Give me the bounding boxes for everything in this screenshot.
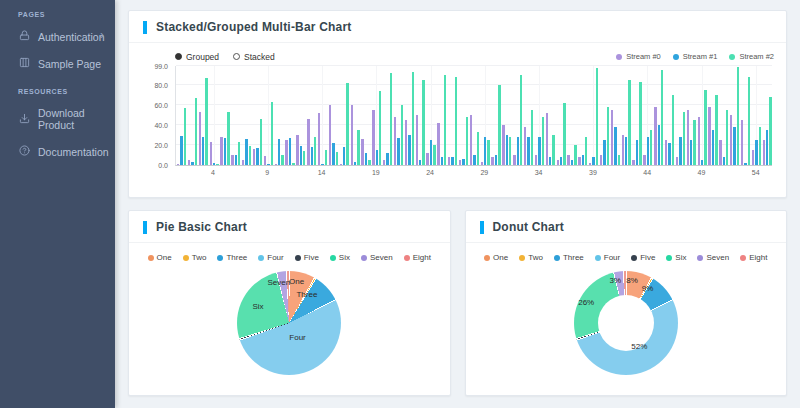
- bar-stream-0[interactable]: [524, 127, 526, 165]
- bar-stream-2[interactable]: [585, 137, 587, 165]
- bar-stream-1[interactable]: [289, 138, 291, 165]
- bar-stream-1[interactable]: [495, 155, 497, 165]
- bar-stream-0[interactable]: [752, 150, 754, 165]
- bar-stream-1[interactable]: [658, 125, 660, 165]
- bar-stream-1[interactable]: [202, 137, 204, 165]
- bar-stream-2[interactable]: [444, 75, 446, 165]
- bar-stream-1[interactable]: [354, 162, 356, 165]
- bar-stream-0[interactable]: [416, 115, 418, 165]
- bar-stream-1[interactable]: [484, 137, 486, 165]
- bar-stream-1[interactable]: [614, 127, 616, 165]
- bar-stream-1[interactable]: [582, 155, 584, 165]
- legend-item-two[interactable]: Two: [183, 253, 207, 262]
- bar-stream-2[interactable]: [216, 164, 218, 165]
- legend-item-seven[interactable]: Seven: [697, 253, 729, 262]
- bar-stream-1[interactable]: [365, 153, 367, 165]
- bar-stream-0[interactable]: [502, 125, 504, 165]
- bar-stream-2[interactable]: [769, 97, 771, 165]
- bar-stream-0[interactable]: [448, 157, 450, 165]
- bar-stream-0[interactable]: [405, 120, 407, 165]
- bar-stream-1[interactable]: [386, 153, 388, 165]
- bar-stream-1[interactable]: [278, 139, 280, 165]
- bar-stream-0[interactable]: [470, 115, 472, 165]
- bar-stream-2[interactable]: [346, 83, 348, 165]
- bar-stream-1[interactable]: [430, 140, 432, 165]
- bar-stream-0[interactable]: [730, 115, 732, 165]
- bar-stream-0[interactable]: [210, 142, 212, 165]
- bar-stream-2[interactable]: [205, 78, 207, 165]
- bar-stream-2[interactable]: [368, 160, 370, 165]
- legend-item-four[interactable]: Four: [258, 253, 283, 262]
- bar-stream-0[interactable]: [622, 135, 624, 165]
- bar-stream-0[interactable]: [589, 163, 591, 165]
- bar-stream-0[interactable]: [481, 162, 483, 165]
- legend-item-six[interactable]: Six: [330, 253, 350, 262]
- bar-stream-1[interactable]: [473, 155, 475, 165]
- bar-stream-2[interactable]: [303, 151, 305, 165]
- bar-stream-0[interactable]: [459, 160, 461, 165]
- sidebar-item-download-product[interactable]: Download Product: [0, 100, 115, 138]
- bar-stream-2[interactable]: [412, 72, 414, 165]
- bar-stream-2[interactable]: [314, 137, 316, 165]
- bar-stream-1[interactable]: [571, 160, 573, 165]
- bar-stream-0[interactable]: [253, 149, 255, 165]
- bar-stream-0[interactable]: [231, 155, 233, 165]
- bar-stream-1[interactable]: [419, 160, 421, 165]
- bar-stream-0[interactable]: [296, 135, 298, 165]
- bar-stream-0[interactable]: [513, 155, 515, 165]
- bar-stream-1[interactable]: [462, 159, 464, 165]
- bar-stream-2[interactable]: [607, 107, 609, 165]
- bar-stream-2[interactable]: [401, 105, 403, 165]
- bar-stream-1[interactable]: [191, 162, 193, 165]
- bar-stream-1[interactable]: [506, 135, 508, 165]
- bar-stream-1[interactable]: [690, 140, 692, 165]
- legend-item-eight[interactable]: Eight: [404, 253, 431, 262]
- bar-stream-1[interactable]: [560, 157, 562, 165]
- bar-stream-2[interactable]: [683, 112, 685, 165]
- bar-stream-2[interactable]: [672, 95, 674, 165]
- bar-stream-2[interactable]: [357, 130, 359, 165]
- bar-stream-1[interactable]: [744, 163, 746, 165]
- bar-stream-1[interactable]: [723, 157, 725, 165]
- bar-stream-2[interactable]: [704, 90, 706, 165]
- bar-stream-2[interactable]: [759, 127, 761, 165]
- bar-stream-2[interactable]: [639, 82, 641, 165]
- bar-stream-0[interactable]: [318, 113, 320, 165]
- bar-stream-2[interactable]: [542, 117, 544, 165]
- bar-stream-0[interactable]: [361, 139, 363, 165]
- bar-stream-0[interactable]: [535, 155, 537, 165]
- bar-stream-1[interactable]: [603, 140, 605, 165]
- bar-stream-0[interactable]: [275, 164, 277, 165]
- bar-stream-0[interactable]: [285, 140, 287, 165]
- bar-stream-2[interactable]: [661, 70, 663, 165]
- bar-stream-2[interactable]: [281, 155, 283, 165]
- bar-stream-2[interactable]: [596, 68, 598, 165]
- bar-stream-1[interactable]: [701, 160, 703, 165]
- bar-stream-0[interactable]: [329, 105, 331, 165]
- sidebar-item-authentication[interactable]: Authentication ›: [0, 23, 115, 50]
- bar-stream-0[interactable]: [741, 120, 743, 165]
- bar-stream-0[interactable]: [611, 110, 613, 165]
- bar-stream-0[interactable]: [676, 157, 678, 165]
- bar-stream-2[interactable]: [520, 75, 522, 165]
- legend-item-stream-2[interactable]: Stream #2: [729, 52, 774, 61]
- legend-item-seven[interactable]: Seven: [361, 253, 393, 262]
- bar-stream-0[interactable]: [351, 105, 353, 165]
- bar-stream-1[interactable]: [755, 140, 757, 165]
- bar-stream-2[interactable]: [650, 130, 652, 165]
- bar-stream-2[interactable]: [574, 145, 576, 165]
- bar-stream-1[interactable]: [517, 137, 519, 165]
- legend-item-five[interactable]: Five: [631, 253, 655, 262]
- bar-stream-1[interactable]: [451, 157, 453, 165]
- bar-stream-1[interactable]: [527, 137, 529, 165]
- bar-stream-0[interactable]: [264, 156, 266, 165]
- bar-stream-2[interactable]: [563, 103, 565, 165]
- bar-stream-1[interactable]: [441, 157, 443, 165]
- legend-item-three[interactable]: Three: [217, 253, 247, 262]
- bar-stream-1[interactable]: [538, 137, 540, 165]
- bar-stream-2[interactable]: [379, 91, 381, 165]
- bar-stream-0[interactable]: [199, 112, 201, 165]
- bar-stream-1[interactable]: [311, 147, 313, 165]
- bar-stream-0[interactable]: [188, 160, 190, 165]
- bar-stream-2[interactable]: [455, 77, 457, 165]
